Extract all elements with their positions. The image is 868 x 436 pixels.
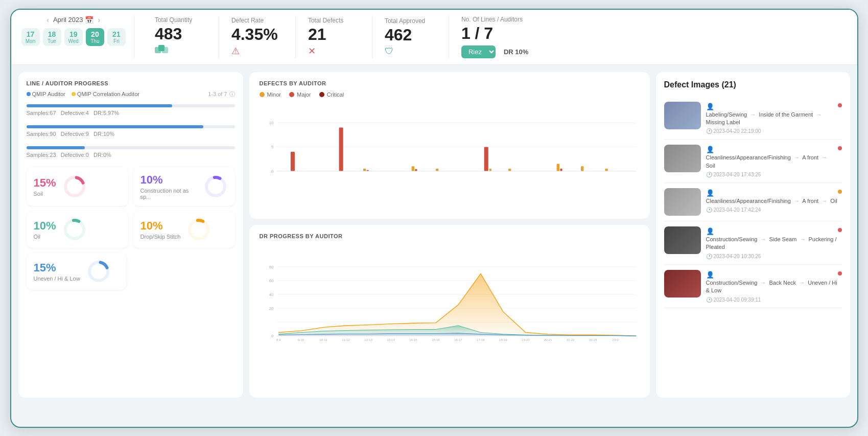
user-icon-4: 👤 xyxy=(706,227,714,235)
date-pill-mon[interactable]: 17Mon xyxy=(21,28,40,46)
svg-text:20-21: 20-21 xyxy=(544,338,552,341)
total-quantity-label: Total Quantity xyxy=(155,16,206,24)
total-defects-icon: ✕ xyxy=(308,45,360,57)
defect-header-1: 👤 Labeling/Sewing → Inside of the Garmen… xyxy=(706,102,842,127)
major-label: Major xyxy=(297,91,311,98)
defect-info-construction: 10% Construction not as sp... xyxy=(140,173,197,200)
svg-text:13-14: 13-14 xyxy=(387,338,395,341)
clock-icon-2: 🕐 xyxy=(706,172,712,177)
dropskip-name: Drop/Skip Stitch xyxy=(140,234,181,240)
defect-info-uneven: 15% Uneven / Hi & Low xyxy=(34,261,80,282)
defect-category-2: Cleanliness/Appearance/Finishing → A fro… xyxy=(706,154,838,170)
progress-stats-2: Samples:90 Defective:9 DR:10% xyxy=(27,131,235,137)
bar-major-12-small xyxy=(560,169,562,171)
defect-info-oil: 10% Oil xyxy=(34,219,56,240)
defect-time-3: 🕐 2023-04-20 17:42:24 xyxy=(706,207,842,213)
user-icon-1: 👤 xyxy=(706,103,714,110)
soil-name: Soil xyxy=(34,191,56,197)
defect-cards-grid: 15% Soil 10% Construction not as sp. xyxy=(27,167,235,248)
date-pill-tue[interactable]: 18Tue xyxy=(43,28,61,46)
svg-text:16-17: 16-17 xyxy=(454,338,462,341)
corr-legend: QMIP Correlation Auditor xyxy=(72,91,139,97)
defect-card-soil: 15% Soil xyxy=(27,167,128,206)
bar-minor-6 xyxy=(411,166,414,171)
qmip-legend: QMIP Auditor xyxy=(27,91,65,97)
defects-by-auditor-card: DEFECTS BY AUDITOR Minor Major Critical xyxy=(249,72,650,219)
oil-pct: 10% xyxy=(34,219,56,233)
defect-info-2: 👤 Cleanliness/Appearance/Finishing → A f… xyxy=(706,145,842,177)
defect-card-uneven: 15% Uneven / Hi & Low xyxy=(27,253,127,290)
auditor-select[interactable]: Riez xyxy=(461,45,496,58)
defects-chart-title: DEFECTS BY AUDITOR xyxy=(260,80,640,86)
next-month-button[interactable]: › xyxy=(98,16,100,24)
defect-rate-block: Defect Rate 4.35% ⚠ xyxy=(219,16,296,58)
defect-card-dropskip: 10% Drop/Skip Stitch xyxy=(133,211,235,248)
dropskip-donut xyxy=(186,217,211,242)
info-icon: ⓘ xyxy=(229,90,235,98)
dr-chart-title: DR PROGRESS BY AUDITOR xyxy=(260,233,640,239)
svg-point-9 xyxy=(190,220,208,239)
uneven-pct: 15% xyxy=(34,261,80,274)
progress-stats-3: Samples:23 Defective:0 DR:0% xyxy=(27,152,235,158)
bar-minor-10 xyxy=(508,169,510,171)
dr-progress-card: DR PROGRESS BY AUDITOR 80 60 40 20 0 xyxy=(249,225,650,398)
severity-dot-4 xyxy=(838,228,842,232)
defect-image-item-3: 👤 Cleanliness/Appearance/Finishing → A f… xyxy=(664,183,842,221)
defect-time-5: 🕐 2023-04-20 09:39:11 xyxy=(706,297,842,303)
defect-thumb-5 xyxy=(664,270,701,297)
svg-text:10: 10 xyxy=(269,120,273,125)
bar-minor-12 xyxy=(556,164,559,171)
pagination-text: 1-3 of 7 xyxy=(208,91,227,97)
progress-line-3: Samples:23 Defective:0 DR:0% xyxy=(27,146,235,158)
legend-minor: Minor xyxy=(260,91,281,98)
prev-month-button[interactable]: ‹ xyxy=(46,16,49,24)
clock-icon-3: 🕐 xyxy=(706,207,712,213)
defect-header-4: 👤 Construction/Sewing → Side Seam → Puck… xyxy=(706,226,842,251)
bar-minor-13 xyxy=(581,166,583,171)
svg-text:8-9: 8-9 xyxy=(276,338,280,341)
svg-text:19-20: 19-20 xyxy=(522,338,530,341)
svg-text:0: 0 xyxy=(271,169,273,173)
svg-text:80: 80 xyxy=(269,264,273,269)
svg-rect-2 xyxy=(158,45,165,51)
defect-info-4: 👤 Construction/Sewing → Side Seam → Puck… xyxy=(706,226,842,259)
progress-legend: QMIP Auditor QMIP Correlation Auditor 1-… xyxy=(27,90,235,98)
defects-chart-legend: Minor Major Critical xyxy=(260,91,640,98)
bar-major-9 xyxy=(484,147,488,171)
svg-text:21-22: 21-22 xyxy=(566,338,574,341)
minor-circle xyxy=(260,92,265,97)
severity-dot-3 xyxy=(838,190,842,194)
calendar-icon: 📅 xyxy=(85,16,93,24)
legend-major: Major xyxy=(289,91,311,98)
month-label: April 2023 📅 xyxy=(53,16,94,24)
date-pill-fri[interactable]: 21Fri xyxy=(107,28,126,46)
date-pill-wed[interactable]: 19Wed xyxy=(64,28,83,46)
defect-rate-label: Defect Rate xyxy=(231,17,283,24)
corr-legend-label: QMIP Correlation Auditor xyxy=(77,91,139,97)
svg-text:17-18: 17-18 xyxy=(477,338,485,341)
svg-text:40: 40 xyxy=(269,292,273,296)
defect-time-1: 🕐 2023-04-20 22:19:00 xyxy=(706,128,842,134)
lines-auditors-block: No. Of Lines / Auditors 1 / 7 Riez DR 10… xyxy=(449,16,847,58)
pagination-info: 1-3 of 7 ⓘ xyxy=(208,90,234,98)
left-panel: LINE / AUDITOR PROGRESS QMIP Auditor QMI… xyxy=(18,72,243,398)
defect-category-4: Construction/Sewing → Side Seam → Pucker… xyxy=(706,236,838,251)
defect-thumb-2 xyxy=(664,145,701,172)
total-quantity-value: 483 xyxy=(155,26,206,42)
svg-text:18-19: 18-19 xyxy=(499,338,507,341)
bar-major-3 xyxy=(339,127,343,171)
severity-dot-5 xyxy=(838,271,842,276)
severity-dot-2 xyxy=(838,146,842,150)
user-icon-3: 👤 xyxy=(706,189,714,197)
svg-text:15-16: 15-16 xyxy=(432,338,440,341)
center-panel: DEFECTS BY AUDITOR Minor Major Critical xyxy=(249,72,650,398)
defect-info-1: 👤 Labeling/Sewing → Inside of the Garmen… xyxy=(706,102,842,134)
defect-category-3: Cleanliness/Appearance/Finishing → A fro… xyxy=(706,197,837,205)
defect-header-2: 👤 Cleanliness/Appearance/Finishing → A f… xyxy=(706,145,842,170)
defect-time-2: 🕐 2023-04-20 17:43:26 xyxy=(706,172,842,177)
bar-major-1 xyxy=(290,151,294,171)
progress-title: LINE / AUDITOR PROGRESS xyxy=(27,80,235,86)
defect-thumb-4 xyxy=(664,226,701,254)
critical-circle xyxy=(319,92,324,97)
date-pill-thu[interactable]: 20Thu xyxy=(86,28,104,46)
